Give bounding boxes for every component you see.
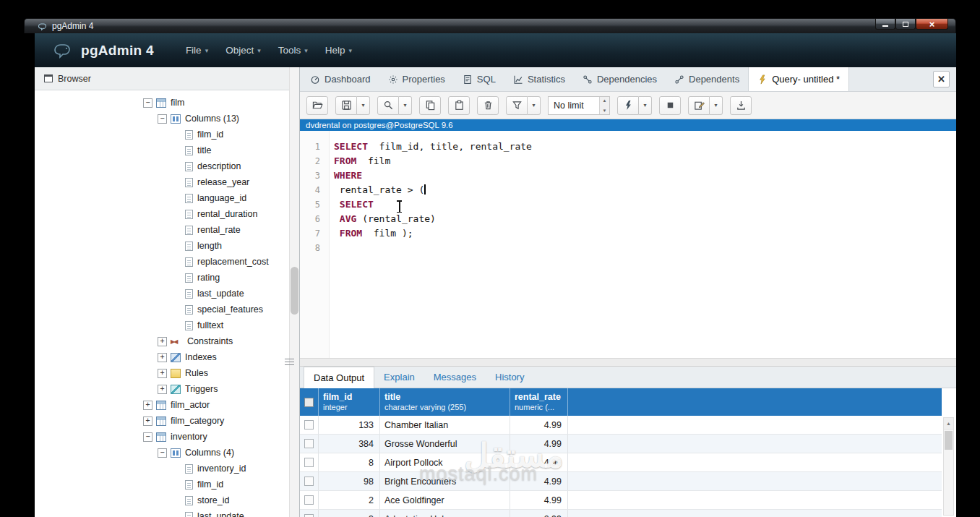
collapse-icon[interactable]: − [158,114,167,124]
menu-tools[interactable]: Tools▾ [278,45,308,56]
tree-item-store-id[interactable]: store_id [35,492,299,508]
cell-rental-rate[interactable]: 2.99 [510,510,568,517]
tab-sql[interactable]: SQL [454,67,504,91]
cell-rental-rate[interactable]: 4.99 [510,453,568,471]
row-checkbox[interactable] [304,458,314,467]
select-all-cell[interactable] [300,388,319,416]
menu-object[interactable]: Object▾ [225,45,261,56]
cell-title[interactable]: Grosse Wonderful [380,435,510,453]
execute-options-button[interactable]: ▾ [639,96,652,115]
tree-item-inventory-id[interactable]: inventory_id [35,461,299,477]
execute-query-button[interactable] [617,96,639,115]
tree-item-film-category[interactable]: +film_category [35,413,299,429]
row-select-cell[interactable] [300,416,319,434]
tree-item-title[interactable]: title [35,142,299,158]
cell-rental-rate[interactable]: 4.99 [510,416,568,434]
maximize-button[interactable] [895,19,916,30]
tree-item-language-id[interactable]: language_id [35,190,299,206]
cell-title[interactable]: Bright Encounters [380,472,510,490]
menu-help[interactable]: Help▾ [325,45,352,56]
tree-item-last-update[interactable]: last_update [35,508,299,517]
tree-item-last-update[interactable]: last_update [35,286,299,302]
tree-item-fulltext[interactable]: fulltext [35,317,299,333]
cancel-query-button[interactable] [659,96,681,115]
sql-editor[interactable]: 1SELECT film_id, title, rental_rate2FROM… [300,131,956,358]
tree-item-inventory[interactable]: −inventory [35,429,299,445]
grid-vertical-scrollbar[interactable]: ▲ [943,417,954,516]
tree-item-triggers[interactable]: +Triggers [35,381,299,397]
column-header-title[interactable]: titlecharacter varying (255) [380,388,510,416]
output-tab-explain[interactable]: Explain [374,367,424,388]
save-button[interactable] [335,96,357,115]
grid-scroll-thumb[interactable] [945,431,953,450]
tab-dependents[interactable]: Dependents [666,67,748,91]
filter-options-button[interactable]: ▾ [528,96,541,115]
tree-item-special-features[interactable]: special_features [35,302,299,317]
minimize-button[interactable] [875,19,895,30]
filter-button[interactable] [506,96,528,115]
edit-options-button[interactable]: ▾ [710,96,723,115]
cell-title[interactable]: Chamber Italian [380,416,510,434]
tree-item-film-id[interactable]: film_id [35,477,299,492]
horizontal-splitter[interactable] [300,358,956,367]
tree-item-columns-4[interactable]: −Columns (4) [35,445,299,461]
cell-film-id[interactable]: 384 [319,435,380,453]
tab-query-untitled[interactable]: Query- untitled * [748,67,849,91]
cell-rental-rate[interactable]: 4.99 [510,491,568,509]
row-select-cell[interactable] [300,435,319,453]
row-checkbox[interactable] [304,439,314,448]
find-options-button[interactable]: ▾ [399,96,412,115]
menu-file[interactable]: File▾ [186,45,208,56]
collapse-icon[interactable]: − [158,448,167,458]
row-checkbox[interactable] [304,477,314,486]
download-button[interactable] [730,96,752,115]
cell-rental-rate[interactable]: 4.99 [510,472,568,490]
tab-properties[interactable]: Properties [379,67,454,91]
tab-dependencies[interactable]: Dependencies [574,67,666,91]
tree-item-indexes[interactable]: +Indexes [35,349,299,365]
expand-icon[interactable]: + [158,337,167,346]
cell-film-id[interactable]: 3 [319,510,380,517]
column-header-rental-rate[interactable]: rental_ratenumeric (... [510,388,568,416]
tree-item-length[interactable]: length [35,238,299,254]
output-tab-history[interactable]: History [486,367,533,388]
delete-button[interactable] [477,96,499,115]
scroll-up-icon[interactable]: ▲ [944,418,953,430]
expand-icon[interactable]: + [158,353,167,362]
edit-button[interactable] [688,96,710,115]
copy-button[interactable] [419,96,441,115]
cell-film-id[interactable]: 133 [319,416,380,434]
tree-item-film-actor[interactable]: +film_actor [35,397,299,413]
tab-dashboard[interactable]: Dashboard [301,67,379,91]
tree-item-film[interactable]: −film [35,95,299,111]
row-select-cell[interactable] [300,510,319,517]
cell-rental-rate[interactable]: 4.99 [510,435,568,453]
close-button[interactable]: × [916,19,948,30]
tree-scroll-thumb[interactable] [291,267,298,315]
expand-icon[interactable]: + [158,385,167,394]
tree-item-rules[interactable]: +Rules [35,365,299,381]
cell-title[interactable]: Airport Pollock [380,453,510,471]
tab-statistics[interactable]: Statistics [504,67,574,91]
select-all-checkbox[interactable] [304,398,314,407]
output-tab-data-output[interactable]: Data Output [304,367,374,388]
collapse-icon[interactable]: − [143,98,152,108]
tree-item-columns-13[interactable]: −Columns (13) [35,111,299,127]
tree-item-rating[interactable]: rating [35,270,299,286]
tree-item-release-year[interactable]: release_year [35,174,299,190]
tree-vertical-scrollbar[interactable] [289,67,299,517]
tree-item-rental-duration[interactable]: rental_duration [35,206,299,222]
save-options-button[interactable]: ▾ [357,96,370,115]
tree-item-replacement-cost[interactable]: replacement_cost [35,254,299,270]
row-checkbox[interactable] [304,514,314,517]
paste-button[interactable] [448,96,470,115]
cell-title[interactable]: Ace Goldfinger [380,491,510,509]
row-select-cell[interactable] [300,453,319,471]
row-checkbox[interactable] [304,495,314,505]
row-limit-select[interactable]: No limit ▲ ▼ [548,96,610,115]
find-button[interactable] [377,96,399,115]
cell-film-id[interactable]: 2 [319,491,380,509]
splitter-grip-icon[interactable] [285,359,294,365]
cell-film-id[interactable]: 98 [319,472,380,490]
row-limit-spinner[interactable]: ▲ ▼ [599,97,609,114]
